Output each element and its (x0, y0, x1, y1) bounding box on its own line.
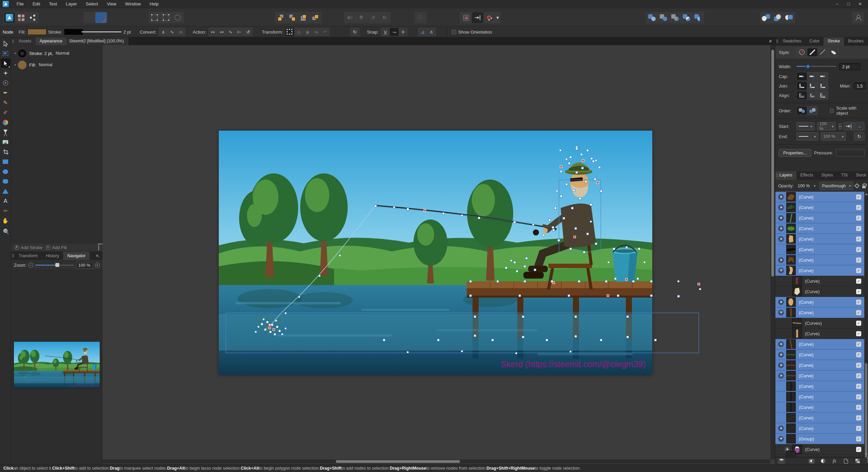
layer-row[interactable]: (Curve)✓ (775, 255, 865, 265)
cap-round-button[interactable] (797, 72, 807, 80)
zoom-in-button[interactable]: + (95, 263, 100, 268)
mirror-handles-button[interactable]: ⇋ (312, 28, 321, 36)
perpendicular-mode-button[interactable]: ⊿ (418, 28, 427, 36)
rotate-selection-button[interactable]: ↻ (350, 28, 359, 36)
layer-visibility-checkbox[interactable]: ✓ (856, 394, 861, 399)
reverse-curves-button[interactable]: ↺ (244, 28, 253, 36)
zoom-tool[interactable] (1, 226, 11, 235)
layer-expand-arrow[interactable] (778, 215, 784, 221)
stroke-tab-swatches[interactable]: Swatches (779, 37, 805, 46)
color-picker-tool[interactable]: ✑ (1, 206, 11, 216)
export-persona-button[interactable] (27, 12, 38, 23)
delete-appearance-icon[interactable] (98, 245, 99, 250)
selection-rect-figure[interactable] (559, 180, 601, 252)
flip-horizontal-button[interactable] (344, 12, 356, 23)
stroke-style-solid-button[interactable] (807, 48, 817, 56)
menu-edit[interactable]: Edit (28, 0, 44, 8)
sync-defaults-button[interactable] (84, 12, 95, 23)
layer-row[interactable]: (Curve)✓ (775, 213, 865, 223)
layer-visibility-checkbox[interactable]: ✓ (856, 215, 861, 221)
menu-file[interactable]: File (12, 0, 28, 8)
snap-construction-button[interactable]: ✛ (399, 28, 407, 36)
layer-visibility-checkbox[interactable]: ✓ (856, 405, 861, 410)
cap-butt-button[interactable] (807, 72, 817, 80)
layer-row[interactable]: (Curve)✓ (775, 360, 865, 371)
appearance-stroke-row[interactable]: Stroke: 2 pt, Normal (11, 48, 102, 59)
layer-row[interactable]: (Curves)✓ (775, 318, 865, 328)
swap-start-end-button[interactable]: ↻ (854, 132, 864, 140)
layer-visibility-checkbox[interactable]: ✓ (856, 289, 861, 294)
pencil-tool[interactable]: ✎ (1, 98, 11, 108)
stroke-swatch[interactable] (64, 29, 83, 35)
rotate-ccw-button[interactable]: ↺ (367, 12, 379, 23)
rectangle-tool[interactable] (1, 157, 11, 167)
layer-visibility-checkbox[interactable]: ✓ (856, 258, 861, 263)
width-value-field[interactable]: 2 pt (839, 63, 860, 70)
pen-tool[interactable]: ✒ (1, 88, 11, 98)
layer-expand-arrow[interactable] (778, 341, 784, 347)
menu-select[interactable]: Select (81, 0, 102, 8)
move-tool[interactable] (1, 39, 11, 49)
close-button[interactable]: ✕ (854, 0, 866, 8)
stroke-width-slider[interactable] (81, 29, 121, 35)
show-grid-button[interactable] (460, 12, 472, 23)
layer-row[interactable] (775, 455, 865, 457)
join-curves-button[interactable]: ⊢ (235, 28, 244, 36)
v-scroll-thumb[interactable] (771, 50, 774, 277)
zoom-slider[interactable] (35, 263, 74, 268)
left-tab-assets[interactable]: Assets (15, 37, 36, 45)
insert-behind-button[interactable] (275, 12, 287, 23)
node-overlays[interactable] (102, 45, 775, 459)
layers-tab-styles[interactable]: Styles (817, 171, 837, 180)
layer-visibility-checkbox[interactable]: ✓ (856, 342, 861, 347)
order-front-button[interactable] (807, 107, 817, 115)
insert-in-front-button[interactable] (287, 12, 298, 23)
insert-inside-button[interactable] (298, 12, 310, 23)
boolean-divide-button[interactable] (681, 12, 692, 23)
layer-expand-arrow[interactable] (778, 257, 784, 263)
boolean-intersect-button[interactable] (669, 12, 681, 23)
nav-tab-history[interactable]: History (42, 252, 63, 260)
tangent-mode-button[interactable]: ⋔ (427, 28, 436, 36)
layer-row[interactable]: (Curve)✓ (775, 350, 865, 360)
layer-row[interactable]: (Curve)✓ (775, 402, 865, 413)
layer-visibility-checkbox[interactable]: ✓ (856, 300, 861, 305)
show-orientation-checkbox[interactable] (452, 30, 456, 34)
add-fill-button[interactable]: Add Fill (52, 245, 66, 250)
end-scale-dropdown[interactable]: 100 %▾ (821, 132, 846, 140)
layers-tab-effects[interactable]: Effects (796, 171, 817, 180)
snapping-toggle-button[interactable] (483, 12, 495, 23)
layer-row[interactable]: (Curve)✓ (775, 381, 865, 392)
layer-row[interactable]: (Curve)✓ (775, 297, 865, 307)
align-outside-button[interactable] (818, 91, 828, 99)
layer-visibility-checkbox[interactable]: ✓ (856, 268, 861, 273)
new-layer-button[interactable] (843, 458, 849, 464)
cap-square-button[interactable] (818, 72, 828, 80)
layer-expand-arrow[interactable] (778, 373, 784, 379)
layer-expand-arrow[interactable] (778, 362, 784, 368)
insert-options-button[interactable] (415, 12, 426, 23)
minimize-button[interactable]: – (831, 0, 843, 8)
layer-row[interactable]: (Curve)✓ (775, 202, 865, 213)
align-center-button[interactable] (797, 91, 807, 99)
layer-row[interactable]: (Curve)✓ (775, 223, 865, 234)
layer-row[interactable]: (Curve)✓ (775, 265, 865, 276)
h-scroll-thumb[interactable] (336, 460, 460, 463)
delete-layer-button[interactable] (866, 458, 868, 464)
insert-on-top-button[interactable] (310, 12, 321, 23)
opacity-dropdown[interactable]: 100 %▾ (796, 182, 817, 190)
smooth-curve-button[interactable]: ∿ (226, 28, 235, 36)
lock-layer-icon[interactable] (862, 186, 866, 188)
view-tool[interactable]: ✋ (1, 216, 11, 226)
point-transform-tool[interactable] (1, 68, 11, 78)
boolean-combine-button[interactable] (692, 12, 704, 23)
menu-layer[interactable]: Layer (61, 0, 81, 8)
start-scale-dropdown[interactable]: 100 %▾ (817, 122, 836, 130)
join-miter-button[interactable] (818, 82, 828, 90)
layer-row[interactable]: (Curve)✓ (775, 244, 865, 255)
stroke-style-none-button[interactable] (797, 48, 807, 56)
layer-visibility-checkbox[interactable]: ✓ (856, 226, 861, 231)
canvas-viewport[interactable] (102, 45, 775, 464)
zoom-value-field[interactable]: 100 % (76, 262, 93, 269)
layer-visibility-checkbox[interactable]: ✓ (856, 426, 861, 431)
